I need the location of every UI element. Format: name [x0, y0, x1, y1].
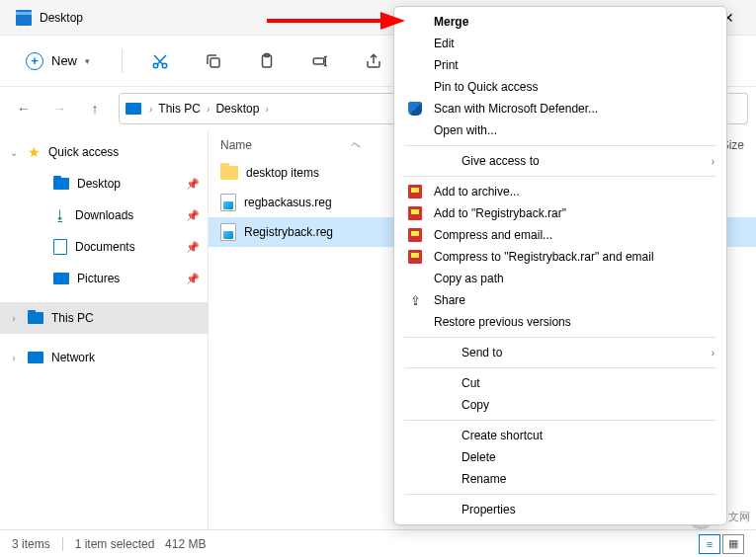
- reg-icon: [220, 194, 236, 211]
- cm-cut[interactable]: Cut: [394, 372, 726, 394]
- file-name: desktop items: [246, 166, 319, 180]
- shield-icon: [408, 102, 422, 116]
- sidebar: ⌄ ★ Quick access Desktop 📌 ⭳ Downloads 📌…: [0, 130, 208, 529]
- svg-point-0: [153, 63, 158, 68]
- sidebar-label: Documents: [75, 240, 135, 254]
- chevron-right-icon: ›: [205, 104, 211, 115]
- separator: [404, 145, 716, 146]
- sidebar-label: Desktop: [77, 177, 121, 191]
- cm-add-to-named[interactable]: Add to "Registryback.rar": [394, 202, 726, 224]
- details-view-button[interactable]: ≡: [699, 534, 720, 554]
- cm-create-shortcut[interactable]: Create shortcut: [394, 425, 726, 446]
- status-size: 412 MB: [165, 537, 206, 551]
- sidebar-item-pictures[interactable]: Pictures 📌: [0, 263, 208, 294]
- cm-merge[interactable]: Merge: [394, 11, 726, 33]
- cm-print[interactable]: Print: [394, 54, 726, 76]
- cm-rename[interactable]: Rename: [394, 468, 726, 490]
- pin-icon: 📌: [186, 209, 200, 222]
- cm-delete[interactable]: Delete: [394, 446, 726, 468]
- file-name: regbackasus.reg: [244, 196, 332, 209]
- sidebar-item-documents[interactable]: Documents 📌: [0, 231, 208, 263]
- rar-icon: [408, 250, 422, 264]
- separator: [404, 337, 716, 338]
- cm-compress-named-email[interactable]: Compress to "Registryback.rar" and email: [394, 246, 726, 268]
- new-label: New: [51, 53, 77, 68]
- divider: [62, 537, 63, 551]
- pictures-icon: [53, 273, 69, 284]
- chevron-right-icon: ›: [147, 104, 154, 115]
- sidebar-label: Pictures: [77, 272, 120, 285]
- sidebar-label: This PC: [51, 311, 94, 325]
- forward-button[interactable]: →: [43, 93, 75, 124]
- status-items: 3 items: [12, 537, 50, 551]
- cm-share[interactable]: ⇪Share: [394, 289, 726, 311]
- cm-send-to[interactable]: Send to›: [394, 342, 726, 363]
- cm-scan-defender[interactable]: Scan with Microsoft Defender...: [394, 98, 726, 119]
- cm-pin-quick[interactable]: Pin to Quick access: [394, 76, 726, 98]
- sidebar-label: Downloads: [75, 208, 133, 222]
- chevron-right-icon: ›: [8, 313, 20, 324]
- sidebar-item-network[interactable]: › Network: [0, 342, 208, 373]
- sort-indicator: ヘ: [351, 138, 361, 152]
- sidebar-label: Network: [51, 351, 95, 364]
- separator: [404, 367, 716, 368]
- svg-point-1: [162, 63, 167, 68]
- share-icon: ⇪: [406, 293, 424, 308]
- context-menu: Merge Edit Print Pin to Quick access Sca…: [393, 6, 727, 525]
- breadcrumb-root[interactable]: This PC: [154, 102, 205, 116]
- desktop-icon: [16, 10, 32, 26]
- divider: [122, 49, 123, 73]
- sidebar-label: Quick access: [48, 145, 119, 159]
- breadcrumb-current[interactable]: Desktop: [211, 102, 263, 116]
- cm-open-with[interactable]: Open with...: [394, 119, 726, 141]
- icons-view-button[interactable]: ▦: [722, 534, 744, 554]
- reg-icon: [220, 223, 236, 241]
- share-icon[interactable]: [358, 45, 389, 77]
- cm-give-access[interactable]: Give access to›: [394, 150, 726, 172]
- cm-restore[interactable]: Restore previous versions: [394, 311, 726, 333]
- cm-compress-email[interactable]: Compress and email...: [394, 224, 726, 246]
- sidebar-item-desktop[interactable]: Desktop 📌: [0, 168, 208, 199]
- document-icon: [53, 239, 67, 255]
- sidebar-item-downloads[interactable]: ⭳ Downloads 📌: [0, 199, 208, 231]
- cm-edit[interactable]: Edit: [394, 33, 726, 54]
- window-title: Desktop: [40, 11, 83, 25]
- sidebar-item-this-pc[interactable]: › This PC: [0, 302, 208, 334]
- chevron-right-icon: ›: [712, 348, 714, 358]
- rar-icon: [408, 185, 422, 199]
- search-box[interactable]: [728, 93, 748, 124]
- up-button[interactable]: ↑: [79, 93, 111, 124]
- cm-properties[interactable]: Properties: [394, 499, 726, 520]
- rar-icon: [408, 206, 422, 220]
- svg-rect-2: [210, 58, 219, 67]
- star-icon: ★: [28, 144, 41, 160]
- cut-icon[interactable]: [144, 45, 176, 77]
- pin-icon: 📌: [186, 178, 200, 191]
- copy-icon[interactable]: [198, 45, 229, 77]
- cm-copy-path[interactable]: Copy as path: [394, 268, 726, 289]
- svg-rect-5: [313, 58, 324, 64]
- pin-icon: 📌: [186, 241, 200, 254]
- network-icon: [28, 352, 43, 363]
- separator: [404, 176, 716, 177]
- new-button[interactable]: + New ▾: [16, 46, 100, 76]
- chevron-right-icon: ›: [8, 353, 20, 363]
- statusbar: 3 items 1 item selected 412 MB ≡ ▦: [0, 529, 756, 557]
- rar-icon: [408, 228, 422, 242]
- download-icon: ⭳: [53, 207, 67, 223]
- desktop-icon: [53, 178, 69, 190]
- chevron-right-icon: ›: [712, 156, 714, 167]
- separator: [404, 420, 716, 421]
- pc-icon: [126, 103, 141, 115]
- sidebar-quick-access[interactable]: ⌄ ★ Quick access: [0, 136, 208, 168]
- cm-add-archive[interactable]: Add to archive...: [394, 181, 726, 202]
- chevron-right-icon: ›: [263, 104, 270, 115]
- paste-icon[interactable]: [251, 45, 283, 77]
- view-toggles: ≡ ▦: [699, 534, 744, 554]
- cm-copy[interactable]: Copy: [394, 394, 726, 416]
- back-button[interactable]: ←: [8, 93, 40, 124]
- chevron-down-icon: ▾: [85, 56, 90, 66]
- separator: [404, 494, 716, 495]
- rename-icon[interactable]: [304, 45, 336, 77]
- status-selected: 1 item selected: [75, 537, 155, 551]
